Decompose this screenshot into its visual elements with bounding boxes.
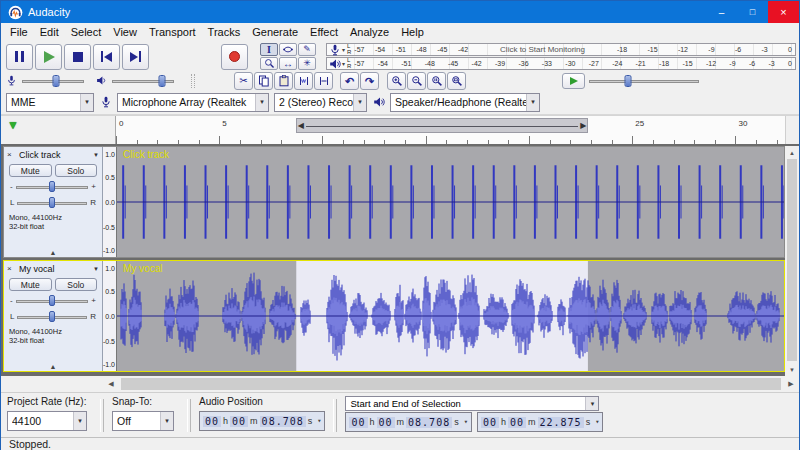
playback-device-select[interactable]: Speaker/Headphone (Realte ▾ bbox=[390, 93, 540, 112]
stop-button[interactable] bbox=[64, 44, 91, 70]
multi-tool-button[interactable]: ✳ bbox=[298, 57, 316, 70]
gain-slider[interactable]: - + bbox=[4, 177, 102, 193]
chevron-down-icon[interactable]: ▾ bbox=[464, 418, 468, 426]
play-button[interactable] bbox=[35, 44, 62, 70]
timeline-ruler[interactable]: 051015202530◀▶ bbox=[116, 116, 785, 144]
chevron-down-icon[interactable]: ▾ bbox=[595, 418, 599, 426]
vertical-scale-ruler[interactable]: 1.0 0.5 0.0 -0.5 -1.0 bbox=[103, 261, 117, 371]
toolbar-grip[interactable] bbox=[191, 74, 195, 88]
slider-thumb[interactable] bbox=[49, 311, 55, 322]
audio-host-select[interactable]: MME ▾ bbox=[6, 93, 94, 112]
scroll-up-icon[interactable]: ▲ bbox=[785, 146, 799, 159]
collapse-button[interactable]: ▲ bbox=[4, 363, 102, 370]
recording-channels-select[interactable]: 2 (Stereo) Recor ▾ bbox=[274, 93, 367, 112]
mute-button[interactable]: Mute bbox=[9, 278, 52, 291]
skip-to-end-button[interactable] bbox=[122, 44, 149, 70]
zoom-to-selection-button[interactable] bbox=[427, 72, 446, 90]
timeline-options-button[interactable]: ▼ bbox=[7, 119, 19, 131]
draw-tool-button[interactable]: ✎ bbox=[298, 43, 316, 56]
envelope-tool-button[interactable] bbox=[279, 43, 297, 56]
monitor-text[interactable]: Click to Start Monitoring bbox=[468, 45, 617, 54]
selection-start-display[interactable]: 00h 00m 08.708s ▾ bbox=[345, 412, 471, 432]
toolbar-grip[interactable] bbox=[187, 399, 191, 432]
menu-analyze[interactable]: Analyze bbox=[344, 26, 395, 38]
cut-button[interactable]: ✂ bbox=[234, 72, 253, 90]
menu-effect[interactable]: Effect bbox=[304, 26, 344, 38]
zoom-tool-button[interactable] bbox=[260, 57, 278, 70]
selection-range-select[interactable]: Start and End of Selection ▾ bbox=[345, 396, 599, 411]
horizontal-scrollbar-thumb[interactable] bbox=[121, 378, 781, 390]
slider-thumb[interactable] bbox=[53, 75, 60, 87]
recording-volume-slider[interactable] bbox=[6, 75, 84, 87]
pan-slider[interactable]: L R bbox=[4, 193, 102, 209]
slider-thumb[interactable] bbox=[49, 295, 55, 306]
track-title[interactable]: Click track bbox=[19, 150, 91, 160]
project-rate-select[interactable]: 44100 ▾ bbox=[7, 411, 87, 431]
vertical-scrollbar-thumb[interactable] bbox=[787, 159, 797, 361]
vertical-scale-ruler[interactable]: 1.0 0.5 0.0 -0.5 -1.0 bbox=[103, 147, 117, 257]
minimize-button[interactable]: – bbox=[706, 1, 737, 23]
solo-button[interactable]: Solo bbox=[55, 278, 98, 291]
gain-slider[interactable]: - + bbox=[4, 291, 102, 307]
meter-dropdown-icon[interactable]: ▾ bbox=[342, 60, 345, 67]
selection-end-handle[interactable]: ▶ bbox=[580, 121, 586, 131]
selection-start-handle[interactable]: ◀ bbox=[298, 121, 304, 131]
solo-button[interactable]: Solo bbox=[55, 164, 98, 177]
zoom-out-button[interactable] bbox=[407, 72, 426, 90]
track-title[interactable]: My vocal bbox=[19, 264, 91, 274]
paste-button[interactable] bbox=[274, 72, 293, 90]
track-menu-arrow-icon[interactable]: ▼ bbox=[93, 152, 99, 158]
collapse-button[interactable]: ▲ bbox=[4, 249, 102, 256]
selection-end-display[interactable]: 00h 00m 22.875s ▾ bbox=[477, 412, 603, 432]
menu-transport[interactable]: Transport bbox=[143, 26, 202, 38]
silence-audio-button[interactable] bbox=[314, 72, 333, 90]
scroll-right-icon[interactable]: ▶ bbox=[783, 376, 799, 392]
recording-meter[interactable]: ▾ LR -57-54-51-48-45-42 Click to Start M… bbox=[326, 43, 796, 56]
snap-to-select[interactable]: Off ▾ bbox=[112, 411, 174, 431]
close-button[interactable]: × bbox=[768, 1, 799, 23]
pause-button[interactable] bbox=[6, 44, 33, 70]
menu-tracks[interactable]: Tracks bbox=[202, 26, 247, 38]
toolbar-grip[interactable] bbox=[333, 399, 337, 432]
playback-meter[interactable]: ▾ LR -57-54-51-48-45-42-39-36-33-30-27-2… bbox=[326, 57, 796, 70]
menu-view[interactable]: View bbox=[107, 26, 143, 38]
recording-device-select[interactable]: Microphone Array (Realtek ▾ bbox=[117, 93, 269, 112]
toolbar-grip[interactable] bbox=[100, 399, 104, 432]
track-close-button[interactable]: × bbox=[7, 265, 16, 273]
playback-volume-slider[interactable] bbox=[96, 75, 174, 87]
track-close-button[interactable]: × bbox=[7, 151, 16, 159]
audio-position-display[interactable]: 00h 00m 08.708s ▾ bbox=[199, 411, 325, 431]
slider-thumb[interactable] bbox=[158, 75, 165, 87]
slider-thumb[interactable] bbox=[49, 197, 55, 208]
waveform-area[interactable]: Click track bbox=[117, 147, 784, 257]
copy-button[interactable] bbox=[254, 72, 273, 90]
waveform-area[interactable]: My vocal bbox=[117, 261, 784, 371]
menu-help[interactable]: Help bbox=[395, 26, 430, 38]
maximize-button[interactable]: □ bbox=[737, 1, 768, 23]
undo-button[interactable]: ↶ bbox=[340, 72, 359, 90]
menu-generate[interactable]: Generate bbox=[246, 26, 304, 38]
scroll-down-icon[interactable]: ▼ bbox=[785, 363, 799, 376]
chevron-down-icon[interactable]: ▾ bbox=[317, 417, 321, 425]
pan-slider[interactable]: L R bbox=[4, 307, 102, 323]
trim-audio-button[interactable] bbox=[294, 72, 313, 90]
menu-edit[interactable]: Edit bbox=[34, 26, 65, 38]
selection-tool-button[interactable]: I bbox=[260, 43, 278, 56]
horizontal-scrollbar[interactable]: ◀ ▶ bbox=[103, 376, 799, 392]
record-button[interactable] bbox=[221, 44, 248, 70]
slider-thumb[interactable] bbox=[624, 75, 631, 87]
scroll-left-icon[interactable]: ◀ bbox=[103, 376, 119, 392]
vertical-scrollbar[interactable]: ▲ ▼ bbox=[785, 146, 799, 376]
skip-to-start-button[interactable] bbox=[93, 44, 120, 70]
play-at-speed-button[interactable] bbox=[562, 73, 585, 89]
zoom-in-button[interactable] bbox=[387, 72, 406, 90]
menu-file[interactable]: File bbox=[4, 26, 34, 38]
slider-thumb[interactable] bbox=[49, 181, 55, 192]
redo-button[interactable]: ↷ bbox=[360, 72, 379, 90]
menu-select[interactable]: Select bbox=[65, 26, 108, 38]
zoom-to-fit-button[interactable] bbox=[447, 72, 466, 90]
play-at-speed-slider[interactable] bbox=[589, 75, 699, 87]
timeline-selection-band[interactable]: ◀▶ bbox=[296, 118, 589, 133]
time-shift-tool-button[interactable]: ↔ bbox=[279, 57, 297, 70]
mute-button[interactable]: Mute bbox=[9, 164, 52, 177]
